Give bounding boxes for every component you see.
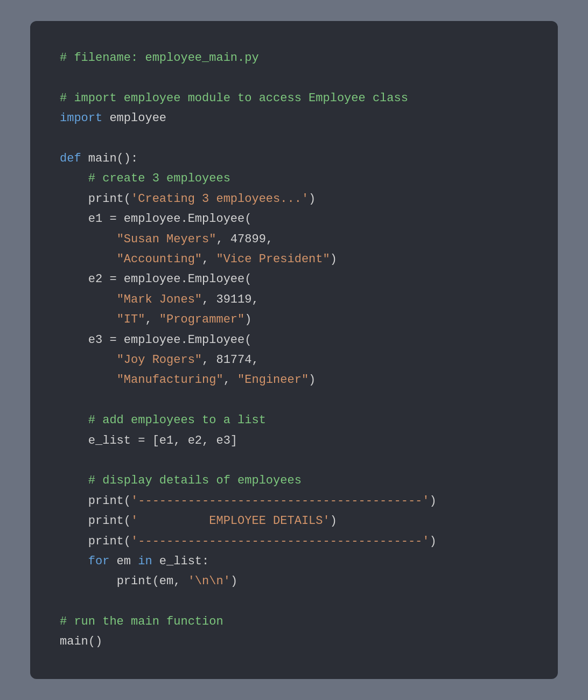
default-text <box>60 192 88 206</box>
default-text <box>60 253 117 266</box>
default-text: print( <box>88 514 131 528</box>
code-line <box>60 390 528 410</box>
keyword-text: for <box>88 555 110 568</box>
default-text: employee <box>102 111 166 125</box>
default-text: print( <box>88 494 131 508</box>
default-text <box>60 272 88 286</box>
code-line: "Manufacturing", "Engineer") <box>60 370 528 390</box>
code-line <box>60 451 528 471</box>
default-text <box>60 212 88 226</box>
comment-text: # filename: employee_main.py <box>60 51 259 65</box>
code-line: print('---------------------------------… <box>60 491 528 511</box>
default-text: print( <box>88 535 131 548</box>
code-line: # add employees to a list <box>60 410 528 430</box>
default-text: e2 = employee.Employee( <box>88 272 252 286</box>
comment-text: # display details of employees <box>88 474 302 487</box>
default-text <box>60 313 117 326</box>
string-text: "Manufacturing" <box>117 373 223 387</box>
string-text: '\n\n' <box>188 575 230 588</box>
default-text: em <box>109 555 138 568</box>
code-line: import employee <box>60 108 528 128</box>
comment-text: # run the main function <box>60 615 223 628</box>
default-text <box>60 172 88 185</box>
default-text <box>60 494 88 508</box>
string-text: "Vice President" <box>216 253 330 266</box>
default-text <box>60 373 117 387</box>
code-line: "IT", "Programmer") <box>60 310 528 330</box>
default-text: , 47899, <box>216 233 273 246</box>
default-text: , <box>202 253 216 266</box>
string-text: "Susan Meyers" <box>117 233 216 246</box>
code-line <box>60 129 528 149</box>
string-text: ' EMPLOYEE DETAILS' <box>131 514 330 528</box>
default-text: ) <box>230 575 237 588</box>
default-text: ) <box>244 313 251 326</box>
default-text: print( <box>88 192 131 206</box>
string-text: '---------------------------------------… <box>131 535 430 548</box>
default-text: ) <box>309 192 316 206</box>
default-text <box>60 333 88 347</box>
default-text <box>60 535 88 548</box>
code-line: e3 = employee.Employee( <box>60 330 528 350</box>
default-text: , 81774, <box>202 353 259 367</box>
default-text <box>60 474 88 487</box>
string-text: '---------------------------------------… <box>131 494 430 508</box>
default-text <box>60 233 117 246</box>
code-line: print(em, '\n\n') <box>60 571 528 591</box>
code-line: "Mark Jones", 39119, <box>60 290 528 310</box>
default-text <box>60 353 117 367</box>
default-text: ) <box>430 535 437 548</box>
code-line <box>60 68 528 88</box>
default-text: e_list = [e1, e2, e3] <box>88 434 237 447</box>
default-text <box>60 575 117 588</box>
code-line: # filename: employee_main.py <box>60 48 528 68</box>
string-text: "Engineer" <box>237 373 309 387</box>
code-line: "Susan Meyers", 47899, <box>60 229 528 249</box>
string-text: "Programmer" <box>159 313 244 326</box>
code-line: print('---------------------------------… <box>60 531 528 551</box>
default-text: , 39119, <box>202 293 259 306</box>
default-text: print(em, <box>117 575 188 588</box>
code-block: # filename: employee_main.py # import em… <box>60 48 528 652</box>
default-text: ) <box>309 373 316 387</box>
default-text <box>60 555 88 568</box>
default-text <box>60 414 88 427</box>
code-line: # create 3 employees <box>60 169 528 188</box>
string-text: "Accounting" <box>117 253 202 266</box>
code-container: # filename: employee_main.py # import em… <box>30 21 558 679</box>
comment-text: # add employees to a list <box>88 414 266 427</box>
code-line <box>60 592 528 612</box>
code-line: # display details of employees <box>60 471 528 491</box>
code-line: main() <box>60 632 528 652</box>
keyword-text: import <box>60 111 102 125</box>
code-line: print('Creating 3 employees...') <box>60 189 528 209</box>
default-text: ) <box>330 514 337 528</box>
default-text: main() <box>60 635 102 648</box>
string-text: "Mark Jones" <box>117 293 202 306</box>
comment-text: # import employee module to access Emplo… <box>60 92 408 105</box>
code-line: # run the main function <box>60 612 528 632</box>
code-line: "Accounting", "Vice President") <box>60 249 528 269</box>
code-line: print(' EMPLOYEE DETAILS') <box>60 511 528 531</box>
code-line: e1 = employee.Employee( <box>60 209 528 229</box>
code-line: "Joy Rogers", 81774, <box>60 350 528 370</box>
code-line: e_list = [e1, e2, e3] <box>60 431 528 451</box>
comment-text: # create 3 employees <box>88 172 230 185</box>
keyword-text: in <box>138 555 152 568</box>
keyword-text: def <box>60 152 81 165</box>
string-text: "IT" <box>117 313 145 326</box>
string-text: 'Creating 3 employees...' <box>131 192 309 206</box>
default-text: , <box>145 313 159 326</box>
default-text: ) <box>330 253 337 266</box>
default-text: ) <box>430 494 437 508</box>
code-line: for em in e_list: <box>60 551 528 571</box>
default-text: e1 = employee.Employee( <box>88 212 252 226</box>
code-line: e2 = employee.Employee( <box>60 269 528 289</box>
string-text: "Joy Rogers" <box>117 353 202 367</box>
code-line: # import employee module to access Emplo… <box>60 88 528 108</box>
default-text: e3 = employee.Employee( <box>88 333 252 347</box>
code-line: def main(): <box>60 149 528 169</box>
default-text: main(): <box>81 152 138 165</box>
default-text <box>60 514 88 528</box>
default-text: , <box>223 373 237 387</box>
